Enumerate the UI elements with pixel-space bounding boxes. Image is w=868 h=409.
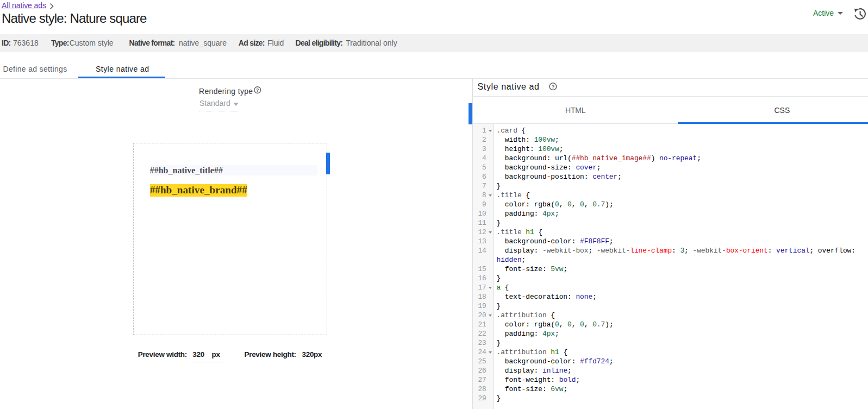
svg-text:?: ? — [256, 87, 259, 92]
svg-text:?: ? — [551, 83, 554, 89]
